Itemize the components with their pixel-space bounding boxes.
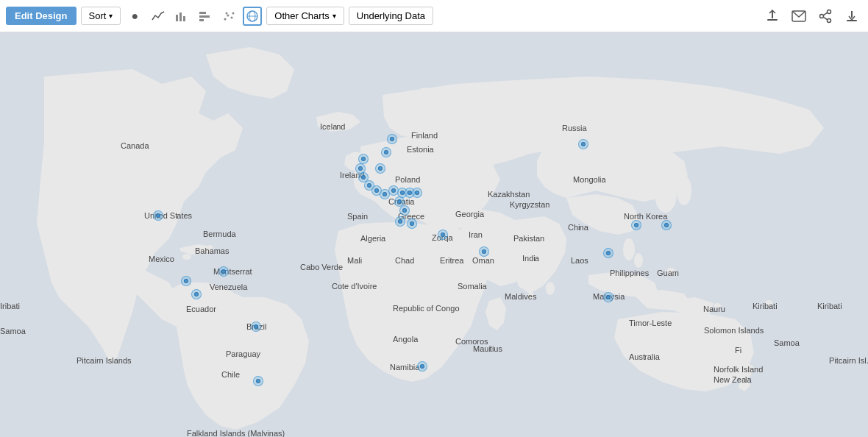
map-container[interactable]: Canada United States Bermuda Bahamas Mon… [0, 32, 868, 437]
data-point-22[interactable] [407, 218, 417, 229]
globe-chart-icon[interactable] [243, 7, 262, 26]
edit-design-button[interactable]: Edit Design [6, 7, 77, 25]
data-point-23[interactable] [578, 139, 588, 149]
upload-icon[interactable] [762, 6, 783, 26]
svg-point-10 [232, 12, 235, 14]
data-point-24[interactable] [631, 220, 641, 230]
svg-rect-14 [767, 19, 778, 21]
svg-point-30 [623, 238, 635, 260]
data-point-5[interactable] [253, 376, 263, 386]
share-icon[interactable] [815, 6, 836, 26]
svg-point-33 [528, 292, 534, 299]
toolbar: Edit Design Sort ● Other Charts Underlyi… [0, 0, 868, 32]
svg-rect-2 [183, 16, 185, 21]
data-point-8[interactable] [358, 154, 369, 164]
hbar-chart-icon[interactable] [196, 7, 215, 26]
svg-rect-23 [851, 11, 853, 18]
toolbar-right [762, 6, 862, 26]
data-point-10[interactable] [375, 163, 385, 174]
data-point-26[interactable] [438, 230, 448, 240]
data-point-28[interactable] [603, 248, 613, 258]
data-point-3[interactable] [218, 266, 229, 277]
svg-point-7 [227, 14, 230, 16]
scatter-chart-icon[interactable] [219, 7, 238, 26]
data-point-29[interactable] [603, 292, 613, 302]
data-point-30[interactable] [417, 361, 427, 372]
svg-point-9 [226, 12, 228, 14]
underlying-data-button[interactable]: Underlying Data [349, 7, 433, 25]
svg-point-25 [182, 254, 191, 260]
bar-chart-icon[interactable] [172, 7, 191, 26]
other-charts-button[interactable]: Other Charts [266, 7, 344, 25]
data-point-18[interactable] [412, 188, 422, 198]
data-point-21[interactable] [395, 216, 405, 227]
svg-point-35 [714, 303, 721, 309]
data-point-25[interactable] [661, 220, 672, 230]
svg-point-32 [546, 282, 555, 295]
svg-point-19 [820, 14, 824, 18]
svg-point-36 [765, 300, 772, 306]
svg-point-6 [224, 18, 227, 20]
svg-point-17 [828, 10, 831, 13]
world-map-svg [0, 32, 868, 437]
download-icon[interactable] [842, 6, 862, 26]
svg-line-20 [823, 13, 827, 15]
dot-chart-icon[interactable]: ● [125, 7, 144, 26]
data-point-6[interactable] [387, 134, 397, 144]
svg-rect-5 [199, 19, 204, 21]
data-point-4[interactable] [251, 321, 261, 332]
svg-rect-3 [199, 12, 206, 14]
svg-rect-0 [176, 15, 178, 21]
sort-button[interactable]: Sort [81, 7, 121, 25]
data-point-1[interactable] [181, 276, 191, 286]
line-chart-icon[interactable] [149, 7, 168, 26]
svg-rect-1 [179, 13, 182, 21]
svg-point-8 [231, 16, 233, 18]
svg-point-34 [666, 268, 675, 275]
email-icon[interactable] [789, 6, 809, 26]
data-point-0[interactable] [153, 210, 163, 221]
svg-point-29 [677, 176, 691, 205]
svg-line-21 [823, 17, 827, 20]
svg-point-18 [828, 18, 831, 22]
data-point-20[interactable] [399, 205, 410, 216]
svg-point-31 [634, 253, 643, 268]
svg-point-28 [655, 176, 677, 213]
svg-rect-15 [772, 11, 773, 18]
data-point-2[interactable] [191, 289, 202, 299]
data-point-7[interactable] [381, 147, 391, 157]
svg-rect-4 [199, 15, 210, 18]
data-point-27[interactable] [479, 246, 489, 257]
